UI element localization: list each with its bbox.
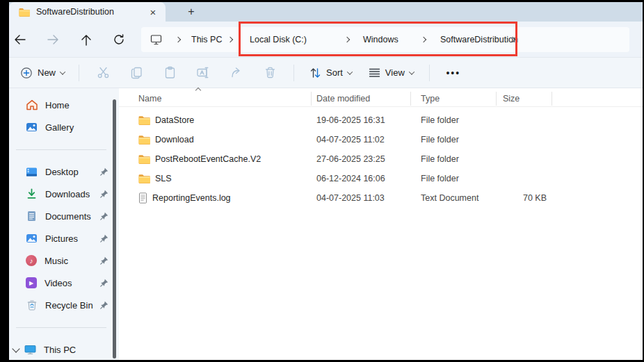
chevron-down-icon — [60, 69, 65, 74]
folder-icon — [19, 8, 30, 17]
breadcrumb-this-pc[interactable]: This PC — [191, 35, 222, 44]
file-row-download[interactable]: Download 04-07-2025 11:02 File folder — [119, 130, 643, 149]
copy-button[interactable] — [122, 61, 150, 85]
address-bar: This PC Local Disk (C:) Windows Software… — [9, 22, 643, 58]
rename-button[interactable] — [189, 61, 217, 85]
folder-icon — [138, 154, 150, 164]
sidebar-item-documents[interactable]: Documents — [9, 205, 119, 227]
sidebar-item-label: Downloads — [45, 189, 90, 199]
chevron-down-icon[interactable] — [12, 345, 19, 352]
sidebar-item-downloads[interactable]: Downloads — [9, 183, 119, 205]
file-type: File folder — [410, 115, 496, 125]
sidebar-item-gallery[interactable]: Gallery — [9, 116, 119, 138]
file-date: 06-12-2024 16:06 — [311, 174, 410, 183]
file-name: PostRebootEventCache.V2 — [155, 154, 261, 164]
tab-title: SoftwareDistribution — [36, 7, 146, 17]
column-divider[interactable] — [496, 92, 497, 106]
delete-button[interactable] — [256, 61, 284, 85]
pin-icon — [100, 167, 108, 176]
file-date: 04-07-2025 11:02 — [311, 135, 410, 145]
pin-icon — [100, 279, 108, 287]
this-pc-icon — [24, 344, 36, 356]
new-tab-button[interactable]: + — [182, 4, 200, 19]
download-icon — [26, 188, 38, 200]
folder-icon — [138, 135, 150, 145]
toolbar-divider — [79, 65, 79, 81]
sidebar-item-pictures[interactable]: Pictures — [9, 227, 119, 249]
column-divider[interactable] — [410, 92, 411, 106]
sidebar-item-label: This PC — [44, 345, 76, 355]
sidebar-divider — [9, 316, 119, 338]
sidebar-item-desktop[interactable]: Desktop — [9, 161, 119, 183]
column-header-size[interactable]: Size — [496, 90, 552, 106]
sidebar-item-music[interactable]: ♪ Music — [9, 249, 119, 272]
up-button[interactable] — [76, 29, 97, 50]
new-button[interactable]: New — [13, 61, 72, 85]
sort-button[interactable]: Sort — [303, 61, 359, 85]
navigation-sidebar: Home Gallery Desktop Downlo — [9, 88, 119, 360]
column-header-date-modified[interactable]: Date modified — [311, 90, 410, 106]
sidebar-item-label: Desktop — [45, 167, 79, 177]
file-list-pane: Name Date modified Type Size DataStore 1… — [119, 88, 643, 360]
file-type: File folder — [410, 135, 496, 145]
file-name: Download — [155, 135, 194, 145]
toolbar-divider — [293, 65, 294, 81]
back-button[interactable] — [9, 29, 30, 50]
videos-icon: ▶ — [26, 277, 37, 288]
sidebar-item-this-pc[interactable]: This PC — [9, 338, 119, 361]
file-row-datastore[interactable]: DataStore 19-06-2025 16:31 File folder — [119, 110, 643, 130]
share-button[interactable] — [223, 61, 250, 85]
column-headers: Name Date modified Type Size — [119, 90, 643, 107]
file-size: 70 KB — [496, 193, 552, 203]
pin-icon — [100, 190, 108, 198]
sidebar-item-videos[interactable]: ▶ Videos — [9, 272, 119, 294]
folder-icon — [138, 174, 150, 183]
column-divider[interactable] — [311, 92, 312, 106]
file-explorer-window: SoftwareDistribution × + This PC Local D… — [9, 2, 643, 360]
recycle-bin-icon — [26, 299, 38, 311]
file-date: 04-07-2025 11:03 — [311, 193, 410, 203]
sidebar-scrollbar[interactable] — [113, 99, 116, 359]
sidebar-item-label: Videos — [45, 278, 72, 288]
sidebar-item-home[interactable]: Home — [9, 94, 119, 116]
pictures-icon — [26, 233, 38, 245]
sidebar-item-label: Pictures — [45, 233, 78, 244]
file-type: Text Document — [410, 193, 496, 203]
file-row-reportingevents-log[interactable]: ReportingEvents.log 04-07-2025 11:03 Tex… — [119, 188, 643, 208]
sidebar-divider — [9, 138, 119, 161]
tab-close-icon[interactable]: × — [146, 5, 160, 19]
more-options-button[interactable]: ••• — [440, 61, 467, 85]
sidebar-item-label: Recycle Bin — [45, 300, 93, 311]
sidebar-item-recycle-bin[interactable]: Recycle Bin — [9, 294, 119, 316]
file-list: DataStore 19-06-2025 16:31 File folder D… — [119, 107, 643, 208]
gallery-icon — [26, 122, 38, 133]
view-button-label: View — [385, 67, 405, 78]
file-name: ReportingEvents.log — [152, 193, 231, 203]
tab-bar: SoftwareDistribution × + — [9, 2, 643, 22]
new-button-label: New — [38, 67, 56, 78]
column-header-type[interactable]: Type — [410, 90, 496, 106]
sidebar-item-label: Home — [45, 100, 70, 110]
chevron-down-icon — [409, 69, 414, 74]
file-name: DataStore — [155, 115, 194, 125]
computer-icon — [150, 33, 163, 46]
view-button[interactable]: View — [362, 61, 421, 85]
forward-button[interactable] — [42, 29, 63, 50]
file-type: File folder — [410, 154, 496, 164]
sort-button-label: Sort — [326, 67, 343, 78]
paste-button[interactable] — [156, 61, 184, 85]
refresh-button[interactable] — [108, 29, 129, 50]
file-row-postrebooteventcache[interactable]: PostRebootEventCache.V2 27-06-2025 23:25… — [119, 149, 643, 169]
column-header-name[interactable]: Name — [138, 90, 311, 106]
command-toolbar: New Sort View — [9, 58, 643, 88]
music-icon: ♪ — [26, 255, 37, 266]
file-row-sls[interactable]: SLS 06-12-2024 16:06 File folder — [119, 169, 643, 188]
toolbar-divider — [429, 65, 430, 81]
pin-icon — [100, 234, 108, 242]
log-file-icon — [138, 192, 147, 204]
cut-button[interactable] — [89, 61, 117, 85]
chevron-down-icon — [347, 69, 353, 74]
column-divider[interactable] — [552, 92, 552, 106]
tab-softwaredistribution[interactable]: SoftwareDistribution × — [9, 2, 166, 22]
window-body: Home Gallery Desktop Downlo — [9, 88, 643, 360]
